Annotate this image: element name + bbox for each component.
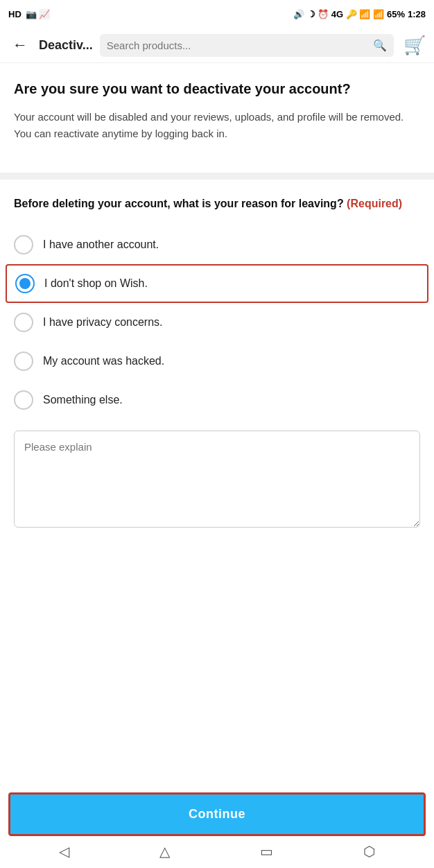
search-bar[interactable]: 🔍 bbox=[100, 34, 394, 57]
back-button[interactable]: ← bbox=[8, 33, 32, 57]
search-icon: 🔍 bbox=[373, 39, 387, 52]
status-network: 🔊 ☽ ⏰ 4G 🔑 📶 📶 bbox=[293, 9, 384, 19]
battery-level: 65% bbox=[387, 9, 405, 19]
radio-option-2[interactable]: I don't shop on Wish. bbox=[6, 264, 428, 303]
radio-circle-3 bbox=[14, 313, 33, 332]
main-content: Are you sure you want to deactivate your… bbox=[0, 63, 434, 156]
status-time: 1:28 bbox=[408, 9, 426, 19]
radio-label-5: Something else. bbox=[43, 394, 123, 406]
reason-section: Before deleting your account, what is yo… bbox=[0, 196, 434, 419]
deactivate-description: Your account will be disabled and your r… bbox=[14, 109, 420, 142]
bottom-bar: Continue ◁ △ ▭ ⬡ bbox=[0, 787, 434, 868]
radio-label-4: My account was hacked. bbox=[43, 355, 164, 367]
android-fav-button[interactable]: ⬡ bbox=[363, 843, 375, 860]
search-input[interactable] bbox=[107, 40, 369, 51]
textarea-section bbox=[0, 431, 434, 530]
required-label-text: (Required) bbox=[347, 198, 402, 209]
status-bar: HD 📷 📈 🔊 ☽ ⏰ 4G 🔑 📶 📶 65% 1:28 bbox=[0, 0, 434, 28]
radio-label-3: I have privacy concerns. bbox=[43, 316, 163, 329]
section-divider bbox=[0, 173, 434, 180]
android-back-button[interactable]: ◁ bbox=[59, 843, 69, 860]
radio-circle-2 bbox=[15, 274, 35, 293]
status-hd: HD bbox=[8, 9, 21, 19]
radio-option-1[interactable]: I have another account. bbox=[14, 225, 420, 264]
page-title: Deactiv... bbox=[39, 38, 93, 53]
continue-button[interactable]: Continue bbox=[8, 792, 426, 836]
status-left: HD 📷 📈 bbox=[8, 9, 50, 19]
radio-option-4[interactable]: My account was hacked. bbox=[14, 342, 420, 381]
radio-circle-4 bbox=[14, 351, 33, 371]
radio-label-1: I have another account. bbox=[43, 238, 159, 251]
status-right: 🔊 ☽ ⏰ 4G 🔑 📶 📶 65% 1:28 bbox=[293, 9, 426, 19]
explain-textarea[interactable] bbox=[14, 431, 420, 528]
radio-option-5[interactable]: Something else. bbox=[14, 381, 420, 419]
deactivate-title: Are you sure you want to deactivate your… bbox=[14, 80, 420, 98]
reason-prompt-text: Before deleting your account, what is yo… bbox=[14, 198, 344, 209]
android-nav: ◁ △ ▭ ⬡ bbox=[0, 836, 434, 868]
android-home-button[interactable]: △ bbox=[159, 843, 170, 860]
status-icons: 📷 📈 bbox=[26, 9, 51, 19]
cart-icon[interactable]: 🛒 bbox=[403, 35, 426, 56]
radio-option-3[interactable]: I have privacy concerns. bbox=[14, 303, 420, 342]
reason-title: Before deleting your account, what is yo… bbox=[14, 196, 420, 211]
top-nav: ← Deactiv... 🔍 🛒 bbox=[0, 28, 434, 63]
radio-circle-5 bbox=[14, 390, 33, 410]
radio-label-2: I don't shop on Wish. bbox=[44, 277, 148, 290]
radio-circle-1 bbox=[14, 235, 33, 254]
android-recent-button[interactable]: ▭ bbox=[260, 843, 273, 860]
